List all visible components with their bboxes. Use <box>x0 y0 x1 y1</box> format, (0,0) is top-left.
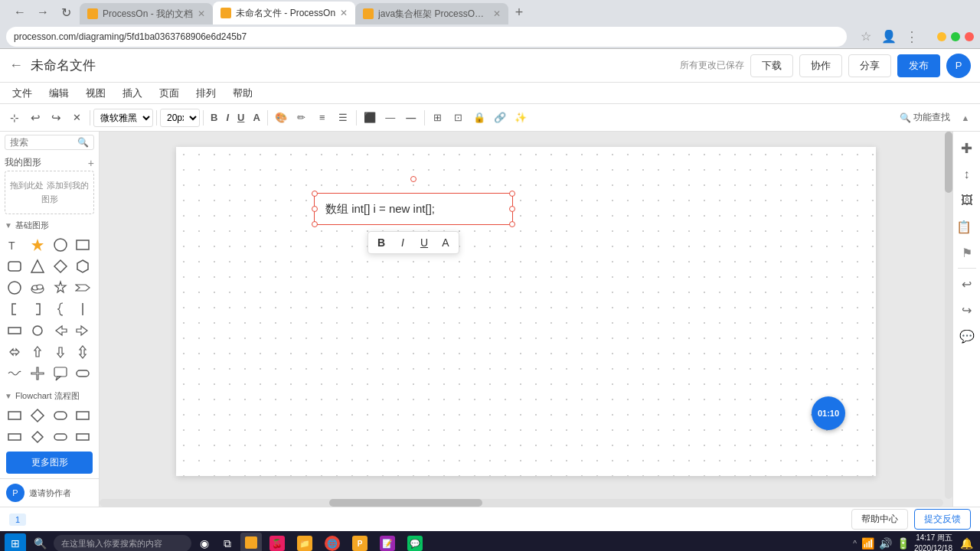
undo-button[interactable]: ↩ <box>25 109 45 127</box>
refresh-button[interactable]: ↻ <box>55 2 77 23</box>
rotate-handle[interactable] <box>410 176 416 182</box>
back-to-home-button[interactable]: ← <box>9 57 23 73</box>
font-family-select[interactable]: 微软雅黑 <box>93 109 153 127</box>
feedback-button[interactable]: 提交反馈 <box>914 509 971 530</box>
link-button[interactable]: 🔗 <box>490 109 510 127</box>
rect-shape[interactable] <box>73 235 93 255</box>
handle-tl[interactable] <box>312 191 318 197</box>
fill-color-button[interactable]: 🎨 <box>271 109 291 127</box>
fc-diamond[interactable] <box>28 406 47 425</box>
underline-button[interactable]: U <box>234 109 248 127</box>
basic-shapes-header[interactable]: ▼ 基础图形 <box>5 217 94 233</box>
conn-button[interactable]: ⬛ <box>360 109 380 127</box>
my-shapes-add-icon[interactable]: + <box>88 157 94 169</box>
circle2-shape[interactable] <box>5 278 24 298</box>
list-button[interactable]: ☰ <box>333 109 353 127</box>
right-move-button[interactable]: ↕ <box>956 164 978 185</box>
collapse-toolbar-button[interactable]: ▲ <box>956 109 975 127</box>
circle-shape[interactable] <box>51 235 70 255</box>
font-size-select[interactable]: 20px <box>160 109 200 127</box>
menu-dots-button[interactable]: ⋮ <box>902 27 922 47</box>
mini-color-button[interactable]: A <box>436 233 456 252</box>
taskbar-app-note[interactable]: 📝 <box>375 533 400 551</box>
menu-insert[interactable]: 插入 <box>119 85 145 102</box>
line-color-button[interactable]: ✏ <box>292 109 312 127</box>
delete-tool[interactable]: ✕ <box>67 109 87 127</box>
mini-italic-button[interactable]: I <box>393 233 413 252</box>
function-search[interactable]: 🔍 功能查找 <box>895 109 955 126</box>
invite-collab[interactable]: P 邀请协作者 <box>0 478 99 507</box>
fc-rect[interactable] <box>5 406 24 425</box>
mini-bold-button[interactable]: B <box>371 233 391 252</box>
magic-button[interactable]: ✨ <box>511 109 531 127</box>
diamond-shape[interactable] <box>51 256 70 276</box>
taskbar-task-view[interactable]: ⧉ <box>217 533 237 551</box>
handle-ml[interactable] <box>312 206 318 212</box>
collab-button[interactable]: 协作 <box>799 54 842 77</box>
address-bar[interactable]: processon.com/diagraming/5fd1ba036376890… <box>6 27 847 47</box>
bookmark-button[interactable]: ☆ <box>856 27 876 47</box>
up-arrow-shape[interactable] <box>28 342 47 362</box>
tab-1-close[interactable]: ✕ <box>198 8 205 19</box>
right-flag-button[interactable]: ⚑ <box>956 242 978 263</box>
cursor-tool[interactable]: ⊹ <box>5 109 24 127</box>
taskbar-app-browser[interactable]: 🌐 <box>320 533 345 551</box>
cloud-shape[interactable] <box>28 278 47 298</box>
right-add-button[interactable]: ✚ <box>956 138 978 159</box>
pill-shape[interactable] <box>73 364 93 383</box>
timer-dot[interactable]: 01:10 <box>812 396 845 430</box>
right-arrow-shape[interactable] <box>73 321 93 341</box>
v-scrollbar[interactable] <box>945 132 952 499</box>
small-circle-shape[interactable] <box>28 321 47 341</box>
bracket-l-shape[interactable] <box>5 299 24 319</box>
rounded-rect-shape[interactable] <box>5 256 24 276</box>
menu-edit[interactable]: 编辑 <box>46 85 72 102</box>
fc-small-rect[interactable] <box>5 427 24 447</box>
start-button[interactable]: ⊞ <box>5 533 26 551</box>
taskbar-app-files[interactable]: 📁 <box>292 533 317 551</box>
curly-l-shape[interactable] <box>51 299 70 319</box>
menu-page[interactable]: 页面 <box>156 85 182 102</box>
cross-shape[interactable] <box>28 364 47 383</box>
right-comment-button[interactable]: 💬 <box>956 325 978 347</box>
menu-arrange[interactable]: 排列 <box>193 85 219 102</box>
fc-small-rounded[interactable] <box>51 427 70 447</box>
menu-help[interactable]: 帮助 <box>230 85 256 102</box>
canvas-page[interactable]: 数组 int[] i = new int[]; B I U A 01:10 <box>176 147 876 476</box>
flowchart-header[interactable]: ▼ Flowchart 流程图 <box>5 388 94 404</box>
italic-button[interactable]: I <box>222 109 233 127</box>
notification-button[interactable]: 🔔 <box>957 534 975 551</box>
bracket-r-shape[interactable] <box>28 299 47 319</box>
canvas-shape[interactable]: 数组 int[] i = new int[]; <box>314 193 513 225</box>
fc-rounded[interactable] <box>51 406 70 425</box>
right-data-button[interactable]: 📋 <box>956 216 978 237</box>
taskbar-app-wechat[interactable]: 💬 <box>403 533 427 551</box>
taskbar-app-processon[interactable] <box>240 533 262 551</box>
v-scroll-thumb[interactable] <box>945 132 952 193</box>
wave-shape[interactable] <box>5 364 24 383</box>
page-1-item[interactable]: 1 <box>9 514 26 526</box>
handle-br[interactable] <box>509 221 515 227</box>
tray-icons[interactable]: ^ <box>853 540 857 548</box>
triangle-shape[interactable] <box>28 256 47 276</box>
tab-2-close[interactable]: ✕ <box>340 8 348 18</box>
h-scroll-thumb[interactable] <box>329 499 482 507</box>
callout-shape[interactable] <box>51 364 70 383</box>
star5-shape[interactable] <box>51 278 70 298</box>
right-undo-button[interactable]: ↩ <box>956 273 978 295</box>
redo-button[interactable]: ↪ <box>46 109 66 127</box>
fc-small-diamond[interactable] <box>28 427 47 447</box>
line-style-button[interactable]: — <box>381 109 400 127</box>
handle-mr[interactable] <box>509 206 515 212</box>
menu-file[interactable]: 文件 <box>9 85 35 102</box>
snap-button[interactable]: ⊞ <box>428 109 448 127</box>
chevron-shape[interactable] <box>73 278 93 298</box>
tab-3-close[interactable]: ✕ <box>493 8 501 19</box>
forward-button[interactable]: → <box>32 2 54 23</box>
taskbar-cortana[interactable]: ◉ <box>194 533 214 551</box>
left-arrow-shape[interactable] <box>51 321 70 341</box>
new-tab-button[interactable]: + <box>508 2 530 23</box>
down-arrow-shape[interactable] <box>51 342 70 362</box>
small-rect-shape[interactable] <box>5 321 24 341</box>
taskbar-app-cherry[interactable]: 🍒 <box>265 533 289 551</box>
